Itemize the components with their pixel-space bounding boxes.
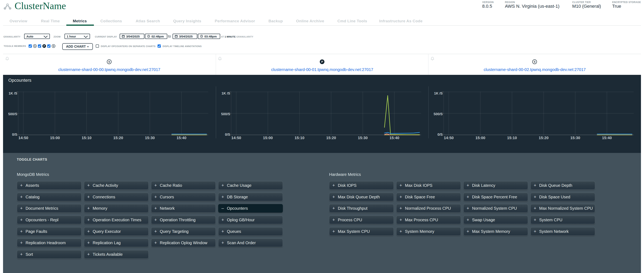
svg-text:15:00: 15:00 bbox=[50, 136, 60, 140]
svg-text:15:30: 15:30 bbox=[145, 136, 155, 140]
svg-text:15:20: 15:20 bbox=[539, 136, 549, 140]
svg-text:1K /S: 1K /S bbox=[434, 92, 443, 95]
svg-text:15:30: 15:30 bbox=[358, 136, 368, 140]
svg-text:15:10: 15:10 bbox=[295, 136, 304, 140]
svg-text:500/S: 500/S bbox=[434, 112, 443, 116]
svg-text:15:40: 15:40 bbox=[602, 136, 612, 140]
svg-text:0/S: 0/S bbox=[225, 133, 230, 136]
svg-text:500/S: 500/S bbox=[221, 112, 230, 116]
svg-text:0/S: 0/S bbox=[438, 133, 443, 136]
svg-text:15:40: 15:40 bbox=[390, 136, 400, 140]
svg-text:1K /S: 1K /S bbox=[222, 92, 230, 95]
svg-text:14:50: 14:50 bbox=[444, 136, 454, 140]
svg-text:15:20: 15:20 bbox=[326, 136, 336, 140]
svg-text:15:00: 15:00 bbox=[476, 136, 486, 140]
svg-text:15:00: 15:00 bbox=[263, 136, 273, 140]
svg-text:15:30: 15:30 bbox=[570, 136, 580, 140]
svg-text:500/S: 500/S bbox=[8, 112, 17, 116]
svg-text:15:10: 15:10 bbox=[507, 136, 517, 140]
svg-text:1K /S: 1K /S bbox=[8, 92, 17, 95]
svg-text:15:40: 15:40 bbox=[176, 136, 186, 140]
svg-text:0/S: 0/S bbox=[12, 133, 17, 136]
svg-text:14:50: 14:50 bbox=[18, 136, 28, 140]
svg-text:14:50: 14:50 bbox=[231, 136, 241, 140]
svg-text:15:10: 15:10 bbox=[82, 136, 92, 140]
svg-text:15:20: 15:20 bbox=[113, 136, 123, 140]
